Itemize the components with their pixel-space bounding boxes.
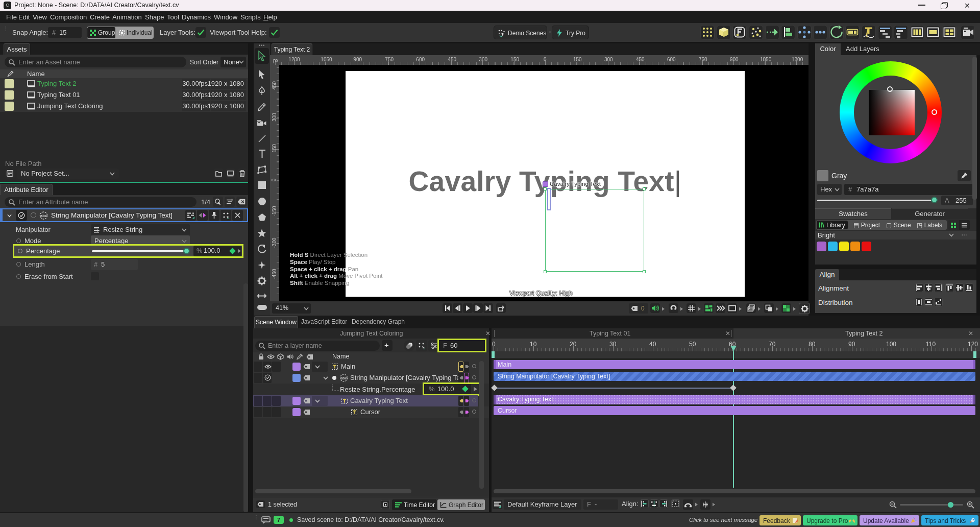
svg-text:abc: abc [340, 376, 347, 380]
svg-text:abc: abc [40, 213, 47, 218]
